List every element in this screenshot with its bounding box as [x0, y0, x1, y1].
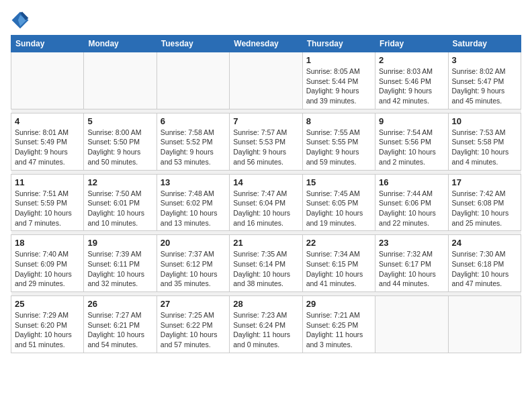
day-info: Sunrise: 7:40 AM Sunset: 6:09 PM Dayligh… — [15, 249, 80, 289]
day-info: Sunrise: 7:57 AM Sunset: 5:53 PM Dayligh… — [233, 128, 298, 167]
calendar-cell: 21Sunrise: 7:35 AM Sunset: 6:14 PM Dayli… — [230, 235, 302, 292]
day-info: Sunrise: 8:02 AM Sunset: 5:47 PM Dayligh… — [452, 66, 517, 106]
calendar-table: SundayMondayTuesdayWednesdayThursdayFrid… — [11, 35, 521, 353]
day-info: Sunrise: 7:47 AM Sunset: 6:04 PM Dayligh… — [233, 189, 298, 228]
day-info: Sunrise: 7:23 AM Sunset: 6:24 PM Dayligh… — [233, 310, 298, 350]
day-number: 6 — [161, 116, 226, 126]
day-number: 17 — [452, 177, 517, 187]
day-info: Sunrise: 7:32 AM Sunset: 6:17 PM Dayligh… — [379, 249, 444, 289]
day-number: 24 — [452, 238, 517, 248]
day-info: Sunrise: 7:34 AM Sunset: 6:15 PM Dayligh… — [306, 249, 371, 289]
day-info: Sunrise: 7:58 AM Sunset: 5:52 PM Dayligh… — [161, 128, 226, 167]
calendar-cell: 11Sunrise: 7:51 AM Sunset: 5:59 PM Dayli… — [11, 174, 84, 231]
calendar-cell: 17Sunrise: 7:42 AM Sunset: 6:08 PM Dayli… — [448, 174, 521, 231]
day-number: 12 — [87, 177, 152, 187]
day-info: Sunrise: 7:42 AM Sunset: 6:08 PM Dayligh… — [452, 189, 517, 228]
calendar-week-row: 11Sunrise: 7:51 AM Sunset: 5:59 PM Dayli… — [11, 174, 521, 231]
calendar-cell: 14Sunrise: 7:47 AM Sunset: 6:04 PM Dayli… — [230, 174, 302, 231]
day-number: 20 — [161, 238, 226, 248]
day-number: 26 — [87, 299, 152, 309]
day-info: Sunrise: 7:27 AM Sunset: 6:21 PM Dayligh… — [87, 310, 152, 350]
calendar-cell: 25Sunrise: 7:29 AM Sunset: 6:20 PM Dayli… — [11, 296, 84, 353]
calendar-cell: 4Sunrise: 8:01 AM Sunset: 5:49 PM Daylig… — [11, 113, 84, 170]
day-number: 14 — [233, 177, 298, 187]
calendar-day-header: Tuesday — [157, 36, 229, 52]
day-info: Sunrise: 7:29 AM Sunset: 6:20 PM Dayligh… — [15, 310, 80, 350]
calendar-week-row: 4Sunrise: 8:01 AM Sunset: 5:49 PM Daylig… — [11, 113, 521, 170]
logo — [11, 11, 32, 30]
day-info: Sunrise: 7:21 AM Sunset: 6:25 PM Dayligh… — [306, 310, 371, 350]
day-number: 18 — [15, 238, 80, 248]
day-info: Sunrise: 7:53 AM Sunset: 5:58 PM Dayligh… — [452, 128, 517, 167]
day-number: 28 — [233, 299, 298, 309]
calendar-cell: 22Sunrise: 7:34 AM Sunset: 6:15 PM Dayli… — [302, 235, 375, 292]
day-info: Sunrise: 7:45 AM Sunset: 6:05 PM Dayligh… — [306, 189, 371, 228]
calendar-week-row: 18Sunrise: 7:40 AM Sunset: 6:09 PM Dayli… — [11, 235, 521, 292]
calendar-day-header: Wednesday — [230, 36, 302, 52]
day-number: 9 — [379, 116, 444, 126]
calendar-cell — [11, 52, 84, 109]
day-info: Sunrise: 7:39 AM Sunset: 6:11 PM Dayligh… — [87, 249, 152, 289]
day-info: Sunrise: 8:01 AM Sunset: 5:49 PM Dayligh… — [15, 128, 80, 167]
calendar-cell: 3Sunrise: 8:02 AM Sunset: 5:47 PM Daylig… — [448, 52, 521, 109]
calendar-cell: 2Sunrise: 8:03 AM Sunset: 5:46 PM Daylig… — [375, 52, 448, 109]
day-info: Sunrise: 7:48 AM Sunset: 6:02 PM Dayligh… — [161, 189, 226, 228]
calendar-day-header: Monday — [84, 36, 157, 52]
calendar-cell — [157, 52, 229, 109]
calendar-cell: 1Sunrise: 8:05 AM Sunset: 5:44 PM Daylig… — [302, 52, 375, 109]
calendar-cell — [84, 52, 157, 109]
day-info: Sunrise: 8:03 AM Sunset: 5:46 PM Dayligh… — [379, 66, 444, 106]
calendar-week-row: 1Sunrise: 8:05 AM Sunset: 5:44 PM Daylig… — [11, 52, 521, 109]
calendar-header-row: SundayMondayTuesdayWednesdayThursdayFrid… — [11, 36, 521, 52]
day-info: Sunrise: 7:44 AM Sunset: 6:06 PM Dayligh… — [379, 189, 444, 228]
day-number: 2 — [379, 55, 444, 65]
calendar-cell: 15Sunrise: 7:45 AM Sunset: 6:05 PM Dayli… — [302, 174, 375, 231]
calendar-cell: 10Sunrise: 7:53 AM Sunset: 5:58 PM Dayli… — [448, 113, 521, 170]
day-number: 7 — [233, 116, 298, 126]
day-info: Sunrise: 7:51 AM Sunset: 5:59 PM Dayligh… — [15, 189, 80, 228]
day-number: 11 — [15, 177, 80, 187]
calendar-week-row: 25Sunrise: 7:29 AM Sunset: 6:20 PM Dayli… — [11, 296, 521, 353]
day-number: 22 — [306, 238, 371, 248]
calendar-cell: 26Sunrise: 7:27 AM Sunset: 6:21 PM Dayli… — [84, 296, 157, 353]
calendar-cell: 16Sunrise: 7:44 AM Sunset: 6:06 PM Dayli… — [375, 174, 448, 231]
day-number: 3 — [452, 55, 517, 65]
calendar-cell: 6Sunrise: 7:58 AM Sunset: 5:52 PM Daylig… — [157, 113, 229, 170]
calendar-cell: 8Sunrise: 7:55 AM Sunset: 5:55 PM Daylig… — [302, 113, 375, 170]
day-number: 13 — [161, 177, 226, 187]
day-number: 29 — [306, 299, 371, 309]
day-number: 25 — [15, 299, 80, 309]
calendar-cell: 20Sunrise: 7:37 AM Sunset: 6:12 PM Dayli… — [157, 235, 229, 292]
day-info: Sunrise: 7:30 AM Sunset: 6:18 PM Dayligh… — [452, 249, 517, 289]
day-number: 21 — [233, 238, 298, 248]
day-info: Sunrise: 7:50 AM Sunset: 6:01 PM Dayligh… — [87, 189, 152, 228]
calendar-day-header: Friday — [375, 36, 448, 52]
day-number: 10 — [452, 116, 517, 126]
day-number: 27 — [161, 299, 226, 309]
calendar-cell — [375, 296, 448, 353]
calendar-cell: 24Sunrise: 7:30 AM Sunset: 6:18 PM Dayli… — [448, 235, 521, 292]
day-number: 19 — [87, 238, 152, 248]
day-info: Sunrise: 8:05 AM Sunset: 5:44 PM Dayligh… — [306, 66, 371, 106]
calendar-day-header: Thursday — [302, 36, 375, 52]
calendar-cell: 9Sunrise: 7:54 AM Sunset: 5:56 PM Daylig… — [375, 113, 448, 170]
calendar-cell: 12Sunrise: 7:50 AM Sunset: 6:01 PM Dayli… — [84, 174, 157, 231]
day-info: Sunrise: 7:54 AM Sunset: 5:56 PM Dayligh… — [379, 128, 444, 167]
calendar-cell: 18Sunrise: 7:40 AM Sunset: 6:09 PM Dayli… — [11, 235, 84, 292]
calendar-day-header: Saturday — [448, 36, 521, 52]
calendar-cell: 28Sunrise: 7:23 AM Sunset: 6:24 PM Dayli… — [230, 296, 302, 353]
day-number: 1 — [306, 55, 371, 65]
calendar-cell: 5Sunrise: 8:00 AM Sunset: 5:50 PM Daylig… — [84, 113, 157, 170]
calendar-cell: 19Sunrise: 7:39 AM Sunset: 6:11 PM Dayli… — [84, 235, 157, 292]
calendar-day-header: Sunday — [11, 36, 84, 52]
day-number: 8 — [306, 116, 371, 126]
calendar-cell — [448, 296, 521, 353]
calendar-cell: 23Sunrise: 7:32 AM Sunset: 6:17 PM Dayli… — [375, 235, 448, 292]
day-number: 15 — [306, 177, 371, 187]
day-info: Sunrise: 7:25 AM Sunset: 6:22 PM Dayligh… — [161, 310, 226, 350]
day-info: Sunrise: 7:35 AM Sunset: 6:14 PM Dayligh… — [233, 249, 298, 289]
day-number: 5 — [87, 116, 152, 126]
calendar-cell: 7Sunrise: 7:57 AM Sunset: 5:53 PM Daylig… — [230, 113, 302, 170]
day-info: Sunrise: 8:00 AM Sunset: 5:50 PM Dayligh… — [87, 128, 152, 167]
day-number: 16 — [379, 177, 444, 187]
